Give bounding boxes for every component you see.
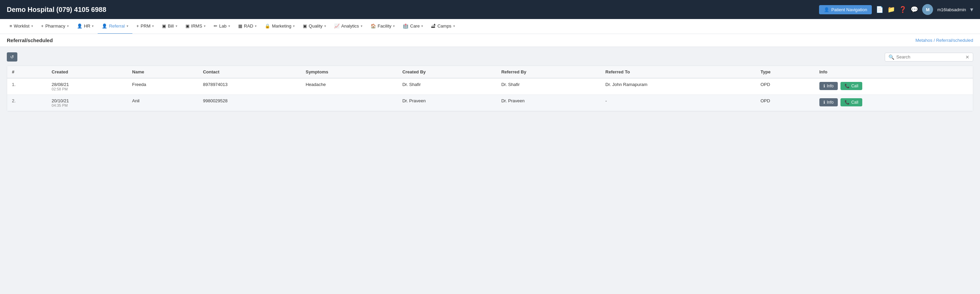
cell-num: 1. (7, 78, 47, 95)
call-button[interactable]: 📞 Call (840, 98, 862, 106)
cell-contact: 9980029528 (198, 95, 301, 111)
worklist-icon: ≡ (10, 24, 12, 28)
table-row: 1. 28/08/21 02:58 PM Freeda 8978974013 H… (7, 78, 973, 95)
info-button[interactable]: ℹ Info (819, 82, 838, 90)
word-icon[interactable]: 📄 (876, 6, 883, 13)
nav-item-worklist[interactable]: ≡ Worklist ▾ (5, 19, 37, 34)
nav-item-referral[interactable]: 👤 Referral ▾ (98, 19, 132, 34)
person-icon: 👤 (824, 7, 829, 12)
rad-icon: ▦ (238, 24, 242, 28)
header-actions: 👤 Patient Navigation 📄 📁 ❓ 💬 M m16labsad… (819, 4, 973, 15)
cell-type: OPD (756, 95, 815, 111)
chevron-down-icon: ▾ (204, 24, 205, 28)
cell-actions: ℹ Info 📞 Call (815, 78, 973, 95)
nav-item-analytics[interactable]: 📈 Analytics ▾ (330, 19, 366, 34)
cell-created-by: Dr. Shafir (398, 78, 496, 95)
chevron-down-icon: ▾ (176, 24, 177, 28)
user-name[interactable]: m16labsadmin (937, 7, 966, 12)
chevron-down-icon: ▾ (255, 24, 256, 28)
phone-icon: 📞 (845, 100, 850, 105)
col-referred-to: Referred To (601, 66, 756, 78)
chevron-down-icon: ▾ (324, 24, 326, 28)
table-wrapper[interactable]: # Created Name Contact Symptoms Created … (7, 66, 973, 111)
breadcrumb: Metahos / Referral/scheduled (915, 38, 973, 43)
app-header: Demo Hospital (079) 4105 6988 👤 Patient … (0, 0, 980, 19)
toolbar: ↺ 🔍 ✕ (7, 52, 973, 62)
analytics-icon: 📈 (334, 24, 340, 28)
data-table: # Created Name Contact Symptoms Created … (7, 66, 973, 111)
chevron-down-icon: ▾ (453, 24, 455, 28)
breadcrumb-home[interactable]: Metahos (915, 38, 932, 43)
chevron-down-icon: ▾ (127, 24, 128, 28)
lab-icon: ✏ (214, 24, 218, 28)
chevron-down-icon: ▾ (67, 24, 69, 28)
nav-item-quality[interactable]: ▣ Quality ▾ (299, 19, 330, 34)
chevron-down-icon: ▾ (361, 24, 363, 28)
quality-icon: ▣ (303, 24, 307, 28)
cell-symptoms (301, 95, 398, 111)
table-header-row: # Created Name Contact Symptoms Created … (7, 66, 973, 78)
clear-search-icon[interactable]: ✕ (966, 54, 969, 60)
bill-icon: ▣ (162, 24, 166, 28)
pharmacy-icon: + (41, 24, 44, 28)
patient-navigation-button[interactable]: 👤 Patient Navigation (819, 5, 872, 14)
hr-icon: 👤 (77, 24, 82, 28)
app-title: Demo Hospital (079) 4105 6988 (7, 6, 106, 14)
folder-icon[interactable]: 📁 (888, 6, 895, 13)
care-icon: 🏥 (403, 24, 408, 28)
content-area: ↺ 🔍 ✕ # Created Name Contact Symptoms Cr… (0, 47, 980, 292)
search-input[interactable] (896, 54, 963, 60)
search-box: 🔍 ✕ (885, 53, 973, 62)
help-icon[interactable]: ❓ (899, 6, 907, 13)
facility-icon: 🏠 (371, 24, 376, 28)
irms-icon: ▣ (185, 24, 189, 28)
avatar[interactable]: M (922, 4, 933, 15)
nav-item-facility[interactable]: 🏠 Facility ▾ (366, 19, 399, 34)
table-row: 2. 20/10/21 04:35 PM Anil 9980029528 Dr.… (7, 95, 973, 111)
phone-icon: 📞 (845, 84, 850, 89)
breadcrumb-bar: Referral/scheduled Metahos / Referral/sc… (0, 34, 980, 47)
nav-item-camps[interactable]: 🏕 Camps ▾ (427, 19, 459, 34)
camps-icon: 🏕 (431, 24, 436, 28)
breadcrumb-current: Referral/scheduled (936, 38, 973, 43)
col-created-by: Created By (398, 66, 496, 78)
chat-icon[interactable]: 💬 (911, 6, 918, 13)
nav-item-prm[interactable]: + PRM ▾ (132, 19, 158, 34)
chevron-down-icon: ▾ (393, 24, 395, 28)
chevron-down-icon: ▾ (92, 24, 94, 28)
call-button[interactable]: 📞 Call (840, 82, 862, 90)
cell-created: 20/10/21 04:35 PM (47, 95, 127, 111)
referral-table: # Created Name Contact Symptoms Created … (7, 66, 973, 111)
user-dropdown-arrow[interactable]: ▾ (970, 6, 973, 13)
nav-item-care[interactable]: 🏥 Care ▾ (399, 19, 427, 34)
marketing-icon: 🔒 (265, 24, 270, 28)
refresh-button[interactable]: ↺ (7, 52, 18, 62)
col-info: Info (815, 66, 973, 78)
cell-contact: 8978974013 (198, 78, 301, 95)
prm-icon: + (137, 24, 139, 28)
nav-item-irms[interactable]: ▣ IRMS ▾ (181, 19, 210, 34)
info-button[interactable]: ℹ Info (819, 98, 838, 106)
nav-item-lab[interactable]: ✏ Lab ▾ (210, 19, 234, 34)
cell-type: OPD (756, 78, 815, 95)
breadcrumb-separator: / (934, 38, 936, 43)
nav-item-marketing[interactable]: 🔒 Marketing ▾ (261, 19, 299, 34)
col-symptoms: Symptoms (301, 66, 398, 78)
col-type: Type (756, 66, 815, 78)
nav-item-hr[interactable]: 👤 HR ▾ (73, 19, 98, 34)
nav-item-pharmacy[interactable]: + Pharmacy ▾ (37, 19, 73, 34)
cell-created-by: Dr. Praveen (398, 95, 496, 111)
cell-name: Freeda (127, 78, 198, 95)
referral-icon: 👤 (102, 24, 107, 28)
col-num: # (7, 66, 47, 78)
info-icon: ℹ (824, 100, 825, 105)
chevron-down-icon: ▾ (228, 24, 230, 28)
cell-name: Anil (127, 95, 198, 111)
col-name: Name (127, 66, 198, 78)
col-referred-by: Referred By (496, 66, 601, 78)
nav-item-rad[interactable]: ▦ RAD ▾ (234, 19, 261, 34)
cell-referred-by: Dr. Shafir (496, 78, 601, 95)
nav-item-bill[interactable]: ▣ Bill ▾ (158, 19, 181, 34)
cell-symptoms: Headache (301, 78, 398, 95)
cell-actions: ℹ Info 📞 Call (815, 95, 973, 111)
